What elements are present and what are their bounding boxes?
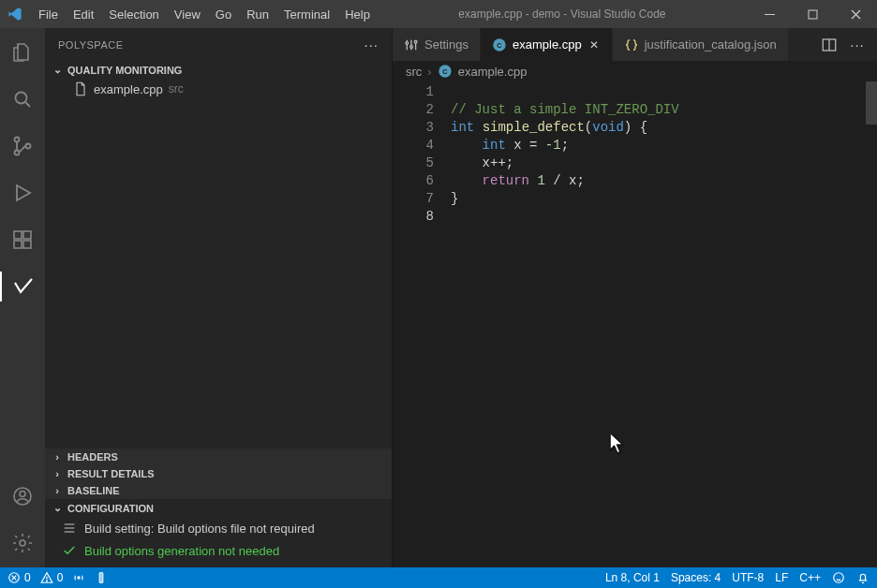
section-quality-monitoring[interactable]: ⌄ QUALITY MONITORING [45,61,392,79]
config-build-setting[interactable]: Build setting: Build options file not re… [45,517,392,539]
code-line[interactable]: 3int simple_defect(void) { [393,119,877,137]
status-errors-count: 0 [24,571,31,584]
status-spaces[interactable]: Spaces: 4 [671,571,721,584]
quality-file-location: src [169,82,184,96]
code-line[interactable]: 1 [393,83,877,101]
svg-text:C: C [497,40,502,49]
close-tab-icon[interactable]: ✕ [587,38,601,51]
section-baseline[interactable]: › BASELINE [45,482,392,499]
tab-bar: Settings C example.cpp ✕ justification_c… [393,28,877,61]
status-broadcast-icon[interactable] [72,571,85,584]
svg-rect-8 [23,241,31,248]
menu-file[interactable]: File [32,4,65,25]
status-encoding[interactable]: UTF-8 [732,571,764,584]
menu-edit[interactable]: Edit [67,4,100,25]
line-number: 4 [393,137,451,154]
section-headers-label: HEADERS [67,451,118,463]
svg-point-25 [834,573,844,583]
svg-point-12 [20,540,25,546]
code-line[interactable]: 5 x++; [393,154,877,172]
list-icon [62,521,77,536]
sidebar: POLYSPACE ··· ⌄ QUALITY MONITORING examp… [45,28,392,567]
sidebar-more-icon[interactable]: ··· [364,37,379,52]
tab-settings-label: Settings [424,37,468,51]
cpp-file-icon: C [438,64,453,79]
status-feedback-icon[interactable] [832,571,845,584]
svg-point-22 [46,581,47,581]
editor-more-icon[interactable]: ··· [847,35,868,55]
tab-justification-json[interactable]: justification_catalog.json [613,28,789,61]
scrollbar-indicator[interactable] [866,81,877,125]
breadcrumb-file[interactable]: example.cpp [458,65,528,79]
svg-rect-9 [23,231,31,239]
code-line[interactable]: 7} [393,190,877,208]
line-number: 7 [393,190,451,208]
accounts-icon[interactable] [0,478,45,515]
svg-rect-6 [14,231,22,239]
line-text: } [451,190,458,208]
menu-terminal[interactable]: Terminal [277,4,336,25]
section-configuration[interactable]: ⌄ CONFIGURATION [45,499,392,517]
code-line[interactable]: 2// Just a simple INT_ZERO_DIV [393,101,877,119]
menu-selection[interactable]: Selection [102,4,165,25]
sidebar-title: POLYSPACE [58,39,124,51]
tab-settings[interactable]: Settings [393,28,481,61]
menu-help[interactable]: Help [338,4,377,25]
status-warnings-count: 0 [57,571,64,584]
run-debug-icon[interactable] [0,174,45,212]
code-line[interactable]: 8 [393,208,877,226]
line-number: 8 [393,208,451,226]
search-icon[interactable] [0,81,45,118]
line-text: // Just a simple INT_ZERO_DIV [451,101,679,119]
section-quality-label: QUALITY MONITORING [67,65,182,76]
code-editor[interactable]: 12// Just a simple INT_ZERO_DIV3int simp… [393,81,877,567]
minimize-button[interactable] [748,0,791,28]
titlebar: File Edit Selection View Go Run Terminal… [0,0,877,28]
status-bell-icon[interactable] [856,571,870,584]
section-configuration-label: CONFIGURATION [67,503,154,514]
extensions-icon[interactable] [0,221,45,258]
status-cursor-pos[interactable]: Ln 8, Col 1 [605,571,660,584]
status-language[interactable]: C++ [799,571,821,584]
config-build-options-label: Build options generation not needed [84,544,279,558]
settings-gear-icon[interactable] [0,524,45,562]
config-build-setting-label: Build setting: Build options file not re… [84,522,315,536]
menubar: File Edit Selection View Go Run Terminal… [32,4,377,25]
source-control-icon[interactable] [0,127,45,165]
explorer-icon[interactable] [0,34,45,71]
tab-example-cpp[interactable]: C example.cpp ✕ [481,28,613,61]
menu-view[interactable]: View [168,4,207,25]
code-line[interactable]: 6 return 1 / x; [393,172,877,190]
status-warnings[interactable]: 0 [40,571,64,584]
editor: Settings C example.cpp ✕ justification_c… [392,28,877,567]
section-headers[interactable]: › HEADERS [45,448,392,465]
chevron-down-icon: ⌄ [51,64,64,76]
line-text: x++; [451,154,513,172]
breadcrumb[interactable]: src › C example.cpp [393,61,877,81]
chevron-right-icon: › [51,451,64,463]
cpp-file-icon: C [492,37,507,52]
status-errors[interactable]: 0 [7,571,31,584]
status-ports-icon[interactable] [95,571,108,584]
config-build-options-ok[interactable]: Build options generation not needed [45,539,392,562]
close-window-button[interactable] [834,0,877,28]
line-number: 5 [393,154,451,172]
maximize-button[interactable] [791,0,834,28]
section-result-details[interactable]: › RESULT DETAILS [45,465,392,482]
svg-point-23 [78,577,80,579]
svg-point-11 [20,492,25,497]
split-editor-icon[interactable] [819,35,840,55]
status-eol[interactable]: LF [775,571,788,584]
breadcrumb-src[interactable]: src [406,65,422,79]
svg-point-2 [16,93,27,104]
code-line[interactable]: 4 int x = -1; [393,137,877,154]
svg-point-3 [15,138,20,142]
vscode-logo-icon [7,7,22,22]
svg-rect-1 [809,10,817,19]
svg-rect-7 [14,241,22,248]
polyspace-view-icon[interactable] [0,268,45,305]
menu-go[interactable]: Go [209,4,238,25]
quality-file-item[interactable]: example.cpp src [45,79,392,99]
menu-run[interactable]: Run [240,4,275,25]
svg-rect-0 [765,14,775,15]
